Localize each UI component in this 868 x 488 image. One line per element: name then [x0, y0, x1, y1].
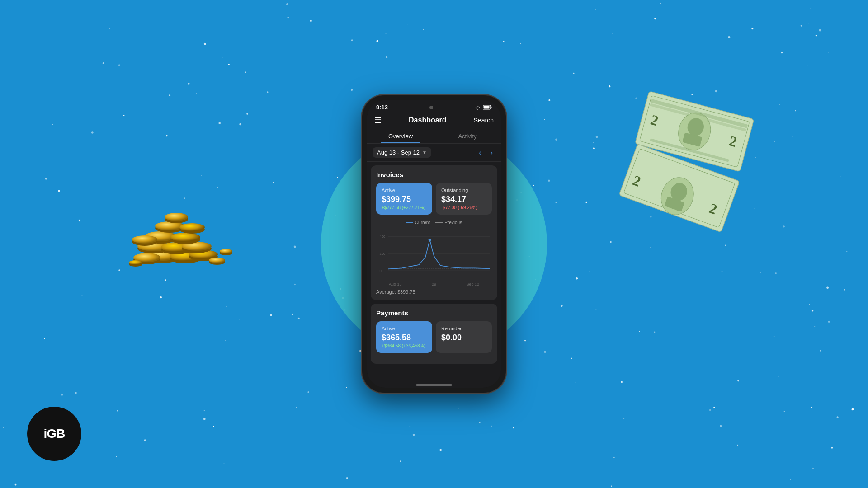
- dollar-bill-decoration: 2 2 2 2: [604, 77, 771, 276]
- svg-point-19: [132, 235, 157, 244]
- chart-x-labels: Aug 15 29 Sep 12: [376, 282, 492, 286]
- previous-line-icon: [435, 222, 443, 223]
- svg-point-23: [179, 223, 205, 231]
- payments-cards: Active $365.58 +$364.58 (+36,458%) Refun…: [376, 321, 492, 353]
- svg-rect-52: [484, 106, 490, 109]
- wifi-icon: [475, 105, 481, 110]
- svg-point-59: [429, 239, 431, 241]
- date-prev-button[interactable]: ‹: [476, 148, 484, 158]
- refunded-value: $0.00: [441, 333, 486, 343]
- date-next-button[interactable]: ›: [488, 148, 495, 158]
- svg-rect-51: [491, 107, 492, 108]
- phone-mockup: 9:13: [362, 95, 506, 393]
- active-value: $399.75: [382, 195, 427, 204]
- coins-decoration: [127, 172, 235, 271]
- current-line-icon: [406, 222, 413, 223]
- payments-title: Payments: [376, 309, 492, 317]
- outstanding-change: -$77.00 (-69.26%): [441, 205, 486, 210]
- menu-icon[interactable]: ☰: [374, 115, 382, 125]
- payments-active-card[interactable]: Active $365.58 +$364.58 (+36,458%): [376, 321, 432, 353]
- svg-point-25: [165, 213, 188, 221]
- status-bar: 9:13: [367, 100, 501, 113]
- tab-activity[interactable]: Activity: [434, 129, 501, 143]
- payments-active-change: +$364.58 (+36,458%): [382, 343, 427, 348]
- invoices-outstanding-card[interactable]: Outstanding $34.17 -$77.00 (-69.26%): [436, 183, 492, 215]
- status-icons: [475, 105, 492, 110]
- svg-text:200: 200: [380, 252, 386, 256]
- phone-screen: 9:13: [367, 100, 501, 388]
- home-indicator: [416, 384, 452, 386]
- payments-active-value: $365.58: [382, 333, 427, 343]
- active-change: +$277.58 (+227.21%): [382, 205, 427, 210]
- search-button[interactable]: Search: [474, 117, 494, 124]
- camera-notch: [429, 106, 433, 109]
- active-label: Active: [382, 188, 427, 193]
- tabs-bar: Overview Activity: [367, 129, 501, 144]
- payments-section: Payments Active $365.58 +$364.58 (+36,45…: [371, 304, 497, 364]
- invoices-chart: 400 200 0: [376, 228, 492, 282]
- date-range-text: Aug 13 - Sep 12: [377, 149, 420, 156]
- phone-body: 9:13: [362, 95, 506, 393]
- status-time: 9:13: [376, 104, 388, 111]
- invoices-cards: Active $399.75 +$277.58 (+227.21%) Outst…: [376, 183, 492, 215]
- chart-label-29: 29: [432, 282, 436, 286]
- svg-text:400: 400: [380, 235, 386, 239]
- svg-text:0: 0: [380, 269, 382, 273]
- chart-label-aug15: Aug 15: [389, 282, 402, 286]
- invoices-active-card[interactable]: Active $399.75 +$277.58 (+227.21%): [376, 183, 432, 215]
- nav-title: Dashboard: [409, 116, 447, 124]
- svg-point-27: [209, 258, 225, 263]
- top-nav: ☰ Dashboard Search: [367, 113, 501, 129]
- date-navigation: ‹ ›: [476, 148, 495, 158]
- svg-point-31: [220, 249, 232, 253]
- payments-active-label: Active: [382, 326, 427, 331]
- svg-point-17: [170, 233, 200, 242]
- tab-overview[interactable]: Overview: [367, 129, 434, 143]
- outstanding-label: Outstanding: [441, 188, 486, 193]
- invoices-section: Invoices Active $399.75 +$277.58 (+227.2…: [371, 165, 497, 300]
- date-dropdown-icon: ▼: [422, 150, 427, 155]
- legend-current: Current: [406, 220, 430, 225]
- payments-refunded-card[interactable]: Refunded $0.00: [436, 321, 492, 353]
- outstanding-value: $34.17: [441, 195, 486, 204]
- scroll-content[interactable]: Aug 13 - Sep 12 ▼ ‹ › Invoices Active $3: [367, 144, 501, 381]
- refunded-label: Refunded: [441, 326, 486, 331]
- svg-point-29: [129, 260, 142, 265]
- chart-legend: Current Previous: [376, 220, 492, 225]
- battery-icon: [483, 105, 492, 110]
- igb-logo: iGB: [27, 407, 81, 461]
- date-row: Aug 13 - Sep 12 ▼ ‹ ›: [367, 144, 501, 162]
- invoices-title: Invoices: [376, 171, 492, 178]
- date-range-selector[interactable]: Aug 13 - Sep 12 ▼: [373, 147, 431, 158]
- chart-average: Average: $399.75: [376, 289, 492, 295]
- chart-label-sep12: Sep 12: [466, 282, 479, 286]
- legend-previous: Previous: [435, 220, 462, 225]
